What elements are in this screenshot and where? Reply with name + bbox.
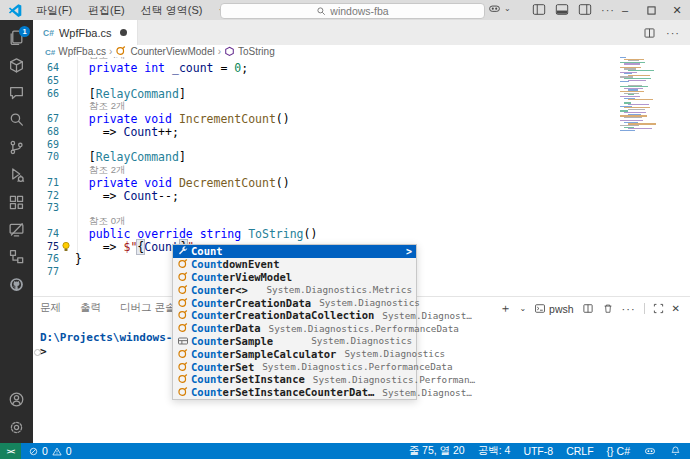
menu-item-1[interactable]: 편집(E) — [82, 1, 131, 20]
line-number: 66 — [33, 88, 59, 101]
suggest-item-CounterSample[interactable]: CounterSampleSystem.Diagnostics — [173, 335, 416, 348]
activity-item-explorer[interactable]: 1 — [0, 24, 33, 51]
suggest-item-label: CounterCreationData — [191, 297, 311, 309]
code-line-72[interactable]: 72 => Count--; — [33, 190, 690, 203]
split-editor-icon[interactable] — [643, 27, 656, 39]
suggest-item-CounterCreationDataCollection[interactable]: CounterCreationDataCollectionSystem.Diag… — [173, 309, 416, 322]
copilot-menu-button[interactable]: ⌄ — [487, 2, 511, 15]
activity-item-hierarchy[interactable] — [0, 243, 33, 270]
chat-icon — [8, 84, 25, 101]
suggest-item-CounterSetInstanceCounterDat[interactable]: CounterSetInstanceCounterDat…System.Diag… — [173, 386, 416, 399]
terminal-profile[interactable]: pwsh — [534, 303, 574, 315]
maximize-icon[interactable] — [638, 0, 664, 20]
breadcrumb-label: ToString — [238, 46, 275, 57]
suggest-item-detail: System.Diagnostics.PerformanceData — [254, 361, 452, 372]
status-eol[interactable]: CRLF — [566, 445, 593, 457]
suggest-item-CountdownEvent[interactable]: CountdownEvent — [173, 258, 416, 271]
panel-toolbar: ＋ ⌄ pwsh ··· ✕ — [499, 300, 680, 317]
panel-tab-0[interactable]: 문제 — [39, 298, 62, 318]
class-icon — [176, 361, 189, 373]
new-terminal-icon[interactable]: ＋ — [499, 300, 511, 317]
suggest-item-CounterViewModel[interactable]: CounterViewModel — [173, 271, 416, 284]
more-actions-icon[interactable]: ··· — [666, 27, 680, 39]
trash-icon[interactable] — [602, 303, 614, 314]
activity-item-settings-gear[interactable] — [0, 414, 33, 441]
close-icon[interactable]: ✕ — [664, 0, 690, 20]
activity-bar: 1 — [0, 20, 33, 443]
problems-status[interactable]: 0 0 — [28, 445, 72, 457]
vscode-window: 파일(F)편집(E)선택 영역(S)··· ← → windows-fba ⌄ … — [0, 0, 690, 459]
command-center-search[interactable]: windows-fba — [220, 3, 485, 19]
code-line-68[interactable]: 68 => Count++; — [33, 126, 690, 139]
suggest-item-Count[interactable]: Count> — [173, 245, 416, 258]
class-icon — [176, 271, 189, 283]
suggest-item-label: CounterSampleCalculator — [191, 348, 336, 360]
tab-wpffba[interactable]: C# WpfFba.cs — [33, 20, 138, 45]
modified-dot-icon[interactable] — [120, 29, 127, 36]
toggle-sidebar-icon[interactable] — [532, 3, 546, 16]
remote-indicator[interactable]: >< — [0, 443, 21, 459]
breadcrumb-item-0[interactable]: C#WpfFba.cs — [45, 46, 106, 57]
code-line-66[interactable]: 66 [RelayCommand] — [33, 88, 690, 101]
status-language[interactable]: {}C# — [607, 445, 630, 457]
hierarchy-icon — [8, 248, 25, 265]
activity-item-package[interactable] — [0, 51, 33, 78]
breadcrumb-item-2[interactable]: ToString — [224, 46, 275, 57]
suggest-item-detail: System.Diagnostics.Metrics — [258, 284, 412, 295]
suggest-item-label: CounterViewModel — [191, 271, 292, 283]
code-line-73[interactable]: 73 — [33, 202, 690, 215]
activity-item-search[interactable] — [0, 106, 33, 133]
panel-tab-2[interactable]: 디버그 콘솔 — [119, 298, 176, 318]
status-notifications[interactable] — [670, 445, 681, 457]
suggest-item-CounterSampleCalculator[interactable]: CounterSampleCalculatorSystem.Diagnostic… — [173, 347, 416, 360]
extensions-icon — [8, 194, 25, 211]
toggle-panel-icon[interactable] — [555, 3, 569, 16]
code-line-70[interactable]: 70 [RelayCommand] — [33, 151, 690, 164]
suggest-item-Counter[interactable]: Counter<>System.Diagnostics.Metrics — [173, 283, 416, 296]
window-controls: – ✕ — [612, 0, 690, 20]
struct-icon — [176, 335, 189, 347]
terminal-profile-dropdown-icon[interactable]: ⌄ — [519, 304, 526, 313]
status-cursor-position[interactable]: 줄 75, 열 20 — [409, 444, 465, 458]
status-encoding[interactable]: UTF-8 — [523, 445, 553, 457]
lightbulb-icon[interactable] — [60, 241, 72, 253]
activity-item-github[interactable] — [0, 271, 33, 298]
status-copilot[interactable] — [643, 445, 657, 457]
activity-item-run-debug[interactable] — [0, 161, 33, 188]
activity-item-source-control[interactable] — [0, 134, 33, 161]
status-indentation[interactable]: 공백: 4 — [478, 444, 511, 458]
suggest-item-detail: System.Diagnostics.PerformanceData — [261, 323, 459, 334]
maximize-panel-icon[interactable] — [653, 303, 664, 314]
source-control-icon — [8, 139, 25, 156]
activity-item-extensions[interactable] — [0, 188, 33, 215]
split-terminal-icon[interactable] — [582, 303, 594, 314]
close-panel-icon[interactable]: ✕ — [672, 303, 680, 314]
suggest-item-CounterSet[interactable]: CounterSetSystem.Diagnostics.Performance… — [173, 360, 416, 373]
more-panel-actions-icon[interactable]: ··· — [622, 303, 636, 315]
activity-item-account[interactable] — [0, 386, 33, 413]
menu-item-0[interactable]: 파일(F) — [30, 1, 78, 20]
minimize-icon[interactable]: – — [612, 0, 638, 20]
terminal-prompt: > — [40, 345, 192, 359]
suggest-item-CounterSetInstance[interactable]: CounterSetInstanceSystem.Diagnostics.Per… — [173, 373, 416, 386]
error-count: 0 — [42, 445, 48, 457]
breadcrumb-label: CounterViewModel — [130, 46, 214, 57]
activity-item-remote-explorer[interactable] — [0, 216, 33, 243]
suggest-expand-icon[interactable]: > — [406, 246, 412, 257]
line-number: 75 — [33, 241, 59, 254]
settings-gear-icon — [8, 419, 25, 436]
breadcrumb-item-1[interactable]: CounterViewModel — [115, 45, 214, 57]
toggle-secondary-sidebar-icon[interactable] — [578, 3, 592, 16]
terminal[interactable]: D:\Projects\windows-fba > — [40, 331, 192, 359]
minimap[interactable] — [618, 57, 658, 135]
suggest-item-label: CounterSetInstanceCounterDat… — [191, 386, 374, 398]
suggest-item-CounterData[interactable]: CounterDataSystem.Diagnostics.Performanc… — [173, 322, 416, 335]
activity-item-chat[interactable] — [0, 79, 33, 106]
copilot-icon — [487, 2, 502, 15]
menu-item-2[interactable]: 선택 영역(S) — [135, 1, 209, 20]
command-decoration-icon[interactable] — [34, 349, 41, 356]
panel-tab-1[interactable]: 출력 — [79, 298, 102, 318]
suggest-item-CounterCreationData[interactable]: CounterCreationDataSystem.Diagnostics — [173, 296, 416, 309]
code-line-64[interactable]: 64 private int _count = 0; — [33, 62, 690, 75]
search-icon — [8, 111, 25, 128]
